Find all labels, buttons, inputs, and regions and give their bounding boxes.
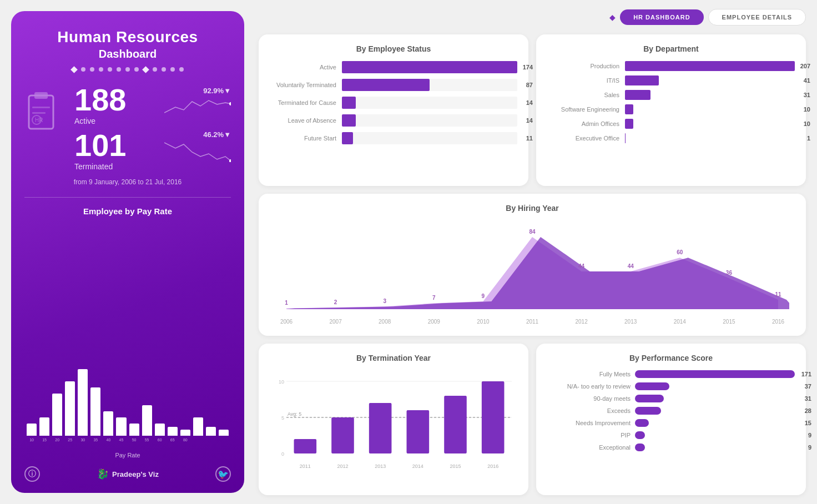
perf-row: 90-day meets31 — [547, 395, 795, 402]
employee-status-card: By Employee Status Active174Voluntarily … — [259, 34, 528, 186]
perf-label: 90-day meets — [547, 395, 631, 402]
hiring-year-chart: 1200622007320087200992010842011442012442… — [270, 220, 795, 326]
employee-status-track: 11 — [342, 132, 517, 144]
pay-rate-bar — [103, 411, 113, 436]
hiring-value-label: 2 — [334, 299, 337, 305]
dot-4 — [99, 67, 103, 72]
pay-rate-bar — [27, 424, 37, 436]
pay-rate-title: Employee by Pay Rate — [24, 206, 231, 216]
brand-icon: 🐉 — [97, 468, 109, 480]
employee-status-fill — [342, 114, 356, 127]
svg-text:HR: HR — [35, 117, 43, 123]
pay-rate-label — [219, 438, 229, 442]
pay-rate-bar — [193, 417, 203, 436]
perf-row: Exceptional9 — [547, 443, 795, 451]
terminated-count: 101 — [74, 130, 126, 161]
performance-title: By Performance Score — [547, 354, 795, 362]
dept-row: Executive Office1 — [547, 133, 795, 143]
perf-label: Fully Meets — [547, 371, 631, 377]
perf-fill — [635, 370, 795, 378]
pay-rate-bar — [52, 394, 62, 436]
employee-details-btn[interactable]: EMPLOYEE DETAILS — [708, 9, 806, 26]
perf-value: 37 — [805, 383, 811, 390]
perf-track: 15 — [635, 419, 795, 427]
dept-fill — [625, 119, 633, 129]
hiring-year-label: 2010 — [477, 319, 490, 325]
dept-value: 10 — [804, 106, 810, 113]
employee-status-fill — [342, 97, 356, 109]
employee-status-label: Voluntarily Terminated — [270, 82, 336, 88]
termination-year-title: By Termination Year — [270, 354, 517, 362]
twitter-icon[interactable]: 🐦 — [215, 466, 231, 482]
dept-row: Software Engineering10 — [547, 104, 795, 114]
performance-bars: Fully Meets171N/A- too early to review37… — [547, 370, 795, 451]
employee-status-row: Leave of Absence14 — [270, 114, 517, 127]
perf-value: 171 — [801, 371, 811, 377]
dot-12 — [170, 67, 175, 72]
employee-status-track: 87 — [342, 79, 517, 91]
dept-label: Sales — [547, 92, 619, 98]
hiring-area-fg — [286, 237, 789, 309]
main-content: ◆ HR DASHBOARD EMPLOYEE DETAILS By Emplo… — [255, 0, 817, 504]
dept-fill — [625, 133, 626, 143]
employee-status-row: Voluntarily Terminated87 — [270, 79, 517, 91]
perf-value: 9 — [808, 444, 811, 451]
active-pct: 92.9%▼ — [164, 87, 231, 95]
hiring-value-label: 9 — [482, 293, 485, 299]
term-year-label: 2013 — [375, 463, 386, 469]
perf-value: 28 — [805, 407, 811, 414]
employee-status-label: Terminated for Cause — [270, 99, 336, 106]
performance-card: By Performance Score Fully Meets171N/A- … — [536, 344, 806, 495]
pay-rate-bar — [168, 427, 178, 436]
perf-track: 171 — [635, 370, 795, 378]
hiring-value-label: 3 — [383, 298, 386, 304]
pay-rate-label — [193, 438, 203, 442]
termination-year-card: By Termination Year 0510Avg: 52011201220… — [259, 344, 528, 495]
active-label: Active — [74, 117, 126, 125]
employee-status-row: Future Start11 — [270, 132, 517, 144]
dept-fill — [625, 61, 795, 71]
dept-track: 1 — [625, 133, 795, 143]
info-icon[interactable]: ⓘ — [24, 466, 40, 482]
chart-row-1: By Employee Status Active174Voluntarily … — [259, 34, 806, 186]
employee-status-value: 11 — [526, 135, 533, 142]
pay-rate-chart: 10152025303540455055606580 Pay Rate — [24, 221, 231, 458]
hiring-value-label: 60 — [677, 249, 683, 255]
brand: 🐉 Pradeep's Viz — [97, 468, 159, 480]
employee-status-row: Active174 — [270, 61, 517, 73]
dot-10 — [153, 67, 157, 72]
perf-track: 31 — [635, 395, 795, 402]
term-year-label: 2016 — [487, 463, 498, 469]
perf-row: N/A- too early to review37 — [547, 382, 795, 390]
hiring-value-label: 7 — [432, 295, 436, 301]
hiring-year-label: 2016 — [772, 319, 785, 325]
sidebar: Human Resources Dashboard HR — [11, 11, 244, 493]
employee-status-track: 174 — [342, 61, 517, 73]
perf-track: 9 — [635, 443, 795, 451]
perf-fill — [635, 443, 645, 451]
employee-status-bars: Active174Voluntarily Terminated87Termina… — [270, 61, 517, 144]
pay-rate-label: 40 — [103, 438, 113, 442]
divider — [24, 197, 231, 198]
hr-dashboard-btn[interactable]: HR DASHBOARD — [620, 9, 703, 25]
sidebar-title: Human Resources — [24, 28, 231, 47]
dot-11 — [162, 67, 166, 72]
hiring-year-label: 2008 — [379, 319, 391, 325]
pay-rate-label: 30 — [78, 438, 88, 442]
perf-row: Fully Meets171 — [547, 370, 795, 378]
pay-rate-label: 25 — [65, 438, 75, 442]
dept-row: Admin Offices10 — [547, 119, 795, 129]
term-bar — [369, 403, 392, 453]
pay-rate-label: 55 — [142, 438, 152, 442]
employee-status-value: 87 — [526, 82, 533, 88]
pay-rate-label: 35 — [90, 438, 100, 442]
perf-fill — [635, 395, 664, 402]
perf-value: 15 — [805, 420, 811, 426]
term-y-label: 10 — [279, 379, 284, 385]
perf-label: Exceeds — [547, 407, 631, 414]
dot-9 — [142, 66, 149, 73]
dept-value: 1 — [807, 135, 810, 142]
perf-label: N/A- too early to review — [547, 383, 631, 390]
employee-status-label: Leave of Absence — [270, 117, 336, 124]
pay-rate-bar — [142, 405, 152, 436]
